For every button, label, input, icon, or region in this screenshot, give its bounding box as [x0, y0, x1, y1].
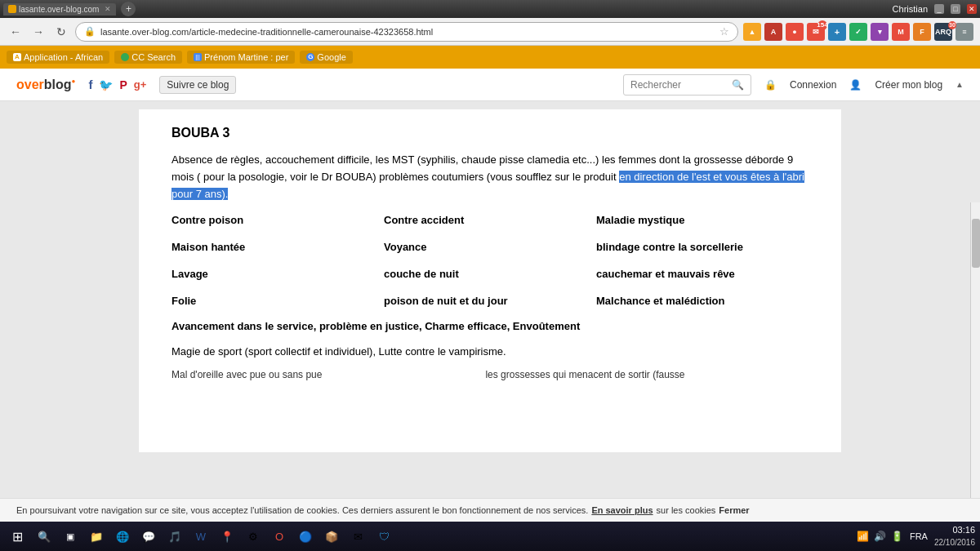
bookmark-star-icon[interactable]: ☆: [719, 25, 729, 38]
taskbar-vpn-icon[interactable]: 🛡: [372, 525, 395, 548]
taskbar-word-icon[interactable]: W: [189, 525, 212, 548]
toolbar-icon-7[interactable]: ▾: [871, 23, 889, 41]
browser-tabs: lasante.over-blog.com ✕ +: [3, 2, 136, 16]
pinterest-icon[interactable]: P: [119, 78, 127, 91]
bookmarks-bar: A Application - African CC Search ||| Pr…: [0, 46, 980, 69]
toolbar-icon-5[interactable]: +: [828, 23, 846, 41]
toolbar-icon-mail[interactable]: ✉ 154: [807, 23, 825, 41]
bookmark-favicon-african: A: [13, 53, 21, 61]
grid-item-8: cauchemar et mauvais rêve: [596, 268, 808, 280]
toolbar-icon-1[interactable]: ▲: [743, 23, 761, 41]
taskbar-vlc-icon[interactable]: 🎵: [163, 525, 186, 548]
social-icons: f 🐦 P g+: [88, 78, 146, 91]
partial-text-right: les grossesses qui menacent de sortir (f…: [485, 369, 684, 380]
tab-close-icon[interactable]: ✕: [105, 5, 111, 13]
ssl-lock-icon: 🔒: [84, 26, 96, 37]
twitter-icon[interactable]: 🐦: [99, 78, 113, 91]
new-tab-button[interactable]: +: [121, 2, 136, 16]
url-bar[interactable]: 🔒 lasante.over-blog.com/article-medecine…: [75, 22, 738, 42]
taskbar-right: 📶 🔊 🔋 FRA 03:16 22/10/2016: [857, 524, 975, 548]
toolbar-icon-9[interactable]: F: [913, 23, 931, 41]
bookmark-cc-search[interactable]: CC Search: [114, 51, 182, 64]
search-icon[interactable]: 🔍: [732, 79, 744, 91]
toolbar-icon-11[interactable]: ≡: [956, 23, 973, 41]
start-button[interactable]: ⊞: [5, 525, 29, 548]
article-area: BOUBA 3 Absence de règles, accouchement …: [139, 109, 841, 452]
language-badge[interactable]: FRA: [910, 531, 928, 541]
facebook-icon[interactable]: f: [88, 78, 92, 91]
article-title: BOUBA 3: [172, 126, 808, 140]
toolbar-icon-acrobat[interactable]: A: [764, 23, 782, 41]
forward-button[interactable]: →: [29, 23, 47, 41]
overblog-logo[interactable]: overblog●: [16, 76, 75, 93]
search-box: 🔍: [623, 74, 751, 96]
url-text: lasante.over-blog.com/article-medecine-t…: [100, 27, 715, 37]
volume-icon[interactable]: 🔊: [874, 531, 886, 542]
connexion-link[interactable]: Connexion: [790, 79, 836, 91]
bookmark-favicon-google: G: [306, 53, 314, 61]
create-blog-link[interactable]: Créer mon blog: [875, 79, 942, 91]
cookie-bar: En poursuivant votre navigation sur ce s…: [0, 498, 980, 522]
battery-icon[interactable]: 🔋: [891, 531, 903, 542]
taskbar-maps-icon[interactable]: 📍: [216, 525, 238, 548]
clock-time: 03:16: [934, 524, 975, 536]
bookmark-favicon-prenom: |||: [194, 53, 202, 61]
follow-button[interactable]: Suivre ce blog: [159, 76, 236, 94]
cookie-learn-more-link[interactable]: En savoir plus: [591, 505, 653, 515]
user-icon: 👤: [849, 79, 862, 91]
taskbar-email-icon[interactable]: ✉: [346, 525, 369, 548]
app2-icon: ⚙: [248, 531, 258, 543]
toolbar-icon-3[interactable]: ●: [786, 23, 804, 41]
chrome-icon: 🔵: [299, 531, 312, 543]
toolbar-icon-check[interactable]: ✓: [849, 23, 867, 41]
taskbar-app3-icon[interactable]: 📦: [320, 525, 343, 548]
browser-tab[interactable]: lasante.over-blog.com ✕: [3, 3, 116, 16]
tab-favicon: [8, 5, 16, 13]
bookmark-label-prenom: Prénom Martine : per: [204, 52, 288, 62]
clock-date: 22/10/2016: [934, 537, 975, 549]
main-content: BOUBA 3 Absence de règles, accouchement …: [0, 101, 980, 551]
taskbar-messenger-icon[interactable]: 💬: [137, 525, 160, 548]
taskbar-file-manager[interactable]: 📁: [85, 525, 108, 548]
cookie-close-button[interactable]: Fermer: [719, 505, 749, 515]
word-icon: W: [196, 531, 206, 543]
title-bar: lasante.over-blog.com ✕ + Christian _ □ …: [0, 0, 980, 18]
bookmark-prenom[interactable]: ||| Prénom Martine : per: [187, 51, 295, 64]
grid-item-4: Voyance: [384, 241, 596, 253]
vlc-icon: 🎵: [168, 531, 181, 543]
search-input[interactable]: [630, 79, 728, 91]
close-button[interactable]: ✕: [967, 4, 977, 14]
system-clock[interactable]: 03:16 22/10/2016: [934, 524, 975, 548]
googleplus-icon[interactable]: g+: [134, 78, 147, 91]
toolbar-icon-10[interactable]: ARQ30: [934, 23, 952, 41]
minimize-button[interactable]: _: [934, 4, 944, 14]
bookmark-label-cc: CC Search: [131, 52, 176, 62]
maximize-button[interactable]: □: [951, 4, 960, 14]
chevron-up-icon[interactable]: ▲: [956, 80, 964, 89]
taskbar-search-icon: 🔍: [38, 531, 51, 543]
taskbar-app2-icon[interactable]: ⚙: [242, 525, 265, 548]
scrollbar-thumb[interactable]: [972, 219, 980, 268]
refresh-button[interactable]: ↻: [52, 23, 70, 41]
toolbar-icon-8[interactable]: M: [892, 23, 910, 41]
bookmark-african[interactable]: A Application - African: [7, 51, 109, 64]
page-wrapper: lasante.over-blog.com ✕ + Christian _ □ …: [0, 0, 980, 551]
taskbar-opera-icon[interactable]: O: [268, 525, 291, 548]
taskbar-chrome-icon[interactable]: 🔵: [294, 525, 317, 548]
overblog-header: overblog● f 🐦 P g+ Suivre ce blog 🔍 🔒 Co…: [0, 69, 980, 101]
taskbar-task-view-button[interactable]: ▣: [59, 525, 82, 548]
taskbar-search-button[interactable]: 🔍: [33, 525, 56, 548]
bookmark-favicon-cc: [121, 53, 129, 61]
tab-title-text: lasante.over-blog.com: [19, 5, 99, 14]
bookmark-google[interactable]: G Google: [300, 51, 352, 64]
taskbar-browser-icon[interactable]: 🌐: [111, 525, 134, 548]
back-button[interactable]: ←: [7, 23, 24, 41]
partial-text-left: Mal d'oreille avec pue ou sans pue: [172, 369, 322, 380]
article-grid: Contre poison Contre accident Maladie my…: [172, 214, 808, 307]
title-bar-right: Christian _ □ ✕: [893, 4, 977, 14]
network-icon[interactable]: 📶: [857, 531, 869, 542]
bookmark-label-google: Google: [317, 52, 345, 62]
taskbar: ⊞ 🔍 ▣ 📁 🌐 💬 🎵 W 📍 ⚙ O: [0, 522, 980, 551]
grid-item-11: Malchance et malédiction: [596, 295, 808, 307]
messenger-icon: 💬: [142, 531, 155, 543]
